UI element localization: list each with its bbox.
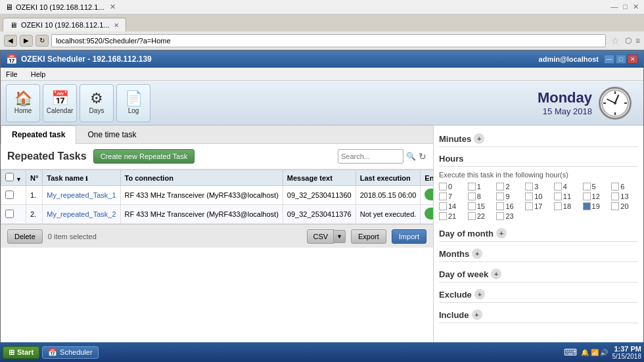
exclude-expand-icon[interactable]: +: [474, 289, 485, 300]
hour-checkbox-16[interactable]: [496, 202, 504, 210]
menu-file[interactable]: File: [3, 70, 20, 78]
hour-checkbox-21[interactable]: [439, 212, 447, 220]
section-hours[interactable]: Hours: [439, 151, 638, 167]
hour-num-9: 9: [505, 192, 509, 200]
import-button[interactable]: Import: [392, 229, 426, 244]
app-logo-icon: 📅: [6, 54, 17, 64]
item-count: 0 item selected: [48, 233, 97, 240]
select-all-checkbox[interactable]: [5, 173, 14, 181]
row-connection: RF 433 MHz Transceiver (MyRF433@localhos…: [120, 205, 283, 224]
section-minutes[interactable]: Minutes +: [439, 131, 638, 147]
hour-checkbox-13[interactable]: [611, 192, 619, 200]
row-checkbox-0[interactable]: [5, 191, 14, 199]
toolbar-home-button[interactable]: 🏠 Home: [6, 84, 40, 122]
hour-checkbox-18[interactable]: [554, 202, 562, 210]
url-bar[interactable]: [51, 34, 606, 47]
refresh-button[interactable]: ↻: [35, 35, 49, 47]
export-button[interactable]: Export: [351, 229, 386, 244]
app-close-button[interactable]: ✕: [628, 55, 638, 64]
tab-one-time-task[interactable]: One time task: [76, 125, 147, 143]
home-icon: 🏠: [14, 91, 32, 106]
enable-toggle-1[interactable]: [425, 208, 433, 219]
taskbar-date: 5/15/2018: [612, 353, 642, 360]
hour-checkbox-14[interactable]: [439, 202, 447, 210]
windows-logo-icon: ⊞: [9, 348, 14, 357]
extensions-icon[interactable]: ⬡: [625, 36, 632, 45]
hour-checkbox-23[interactable]: [496, 212, 504, 220]
section-include[interactable]: Include +: [439, 307, 638, 323]
delete-button[interactable]: Delete: [7, 229, 43, 244]
browser-active-tab[interactable]: 🖥 OZEKI 10 (192.168.112.1... ✕: [3, 18, 126, 32]
hour-checkbox-3[interactable]: [525, 183, 533, 191]
hour-num-15: 15: [477, 202, 485, 210]
hour-checkbox-20[interactable]: [611, 202, 619, 210]
hour-checkbox-2[interactable]: [496, 183, 504, 191]
minutes-expand-icon[interactable]: +: [474, 133, 484, 144]
hour-checkbox-9[interactable]: [496, 192, 504, 200]
hour-checkbox-12[interactable]: [583, 192, 591, 200]
create-repeated-task-button[interactable]: Create new Repeated Task: [93, 149, 195, 164]
hour-checkbox-8[interactable]: [468, 192, 476, 200]
start-label: Start: [17, 348, 34, 356]
hour-cell-0: 0: [439, 183, 466, 191]
toolbar-calendar-button[interactable]: 📅 Calendar: [43, 84, 77, 122]
row-last-exec: Not yet executed.: [356, 205, 421, 224]
hour-checkbox-6[interactable]: [611, 183, 619, 191]
hour-checkbox-19[interactable]: [583, 202, 591, 210]
hour-num-13: 13: [620, 192, 628, 200]
start-button[interactable]: ⊞ Start: [3, 346, 39, 359]
menu-icon[interactable]: ≡: [635, 36, 640, 45]
csv-button[interactable]: CSV: [307, 229, 334, 244]
hour-checkbox-22[interactable]: [468, 212, 476, 220]
include-expand-icon[interactable]: +: [472, 309, 482, 320]
hour-checkbox-15[interactable]: [468, 202, 476, 210]
browser-close[interactable]: ✕: [633, 3, 639, 11]
toolbar-days-button[interactable]: ⚙ Days: [80, 84, 114, 122]
section-exclude[interactable]: Exclude +: [439, 286, 638, 303]
browser-maximize[interactable]: □: [623, 3, 628, 11]
browser-minimize[interactable]: —: [610, 3, 618, 11]
day-of-month-expand-icon[interactable]: +: [496, 228, 507, 238]
hour-num-19: 19: [592, 202, 600, 210]
hour-checkbox-17[interactable]: [525, 202, 533, 210]
app-maximize-button[interactable]: □: [616, 55, 626, 64]
hour-num-4: 4: [563, 183, 567, 191]
hour-checkbox-4[interactable]: [554, 183, 562, 191]
hour-checkbox-11[interactable]: [554, 192, 562, 200]
scheduler-label: Scheduler: [60, 348, 93, 356]
tab-close-icon[interactable]: ✕: [114, 22, 119, 29]
toolbar-log-button[interactable]: 📄 Log: [116, 84, 150, 122]
section-day-of-week[interactable]: Day of week +: [439, 266, 638, 283]
app-minimize-button[interactable]: —: [604, 55, 614, 64]
browser-tab-close-icon[interactable]: ✕: [110, 3, 116, 11]
row-task-name[interactable]: My_repeated_Task_1: [43, 186, 120, 205]
forward-button[interactable]: ▶: [20, 35, 33, 47]
enable-toggle-0[interactable]: [425, 189, 433, 200]
day-of-week-expand-icon[interactable]: +: [491, 269, 501, 279]
hour-checkbox-1[interactable]: [468, 183, 476, 191]
row-task-name[interactable]: My_repeated_Task_2: [43, 205, 120, 224]
search-icon[interactable]: 🔍: [406, 152, 416, 161]
search-input[interactable]: [338, 149, 403, 164]
months-expand-icon[interactable]: +: [472, 248, 482, 259]
row-connection: RF 433 MHz Transceiver (MyRF433@localhos…: [120, 186, 283, 205]
section-months[interactable]: Months +: [439, 246, 638, 262]
taskbar-scheduler-item[interactable]: 📅 Scheduler: [42, 346, 99, 359]
menu-help[interactable]: Help: [28, 70, 49, 78]
hour-checkbox-0[interactable]: [439, 183, 447, 191]
system-icons: 🔔 📶 🔊: [581, 349, 609, 356]
csv-dropdown-arrow[interactable]: ▼: [334, 230, 346, 243]
hour-checkbox-5[interactable]: [583, 183, 591, 191]
hour-num-23: 23: [505, 212, 513, 220]
refresh-list-icon[interactable]: ↻: [419, 151, 426, 162]
hour-checkbox-10[interactable]: [525, 192, 533, 200]
section-day-of-month[interactable]: Day of month +: [439, 225, 638, 242]
hour-checkbox-7[interactable]: [439, 192, 447, 200]
back-button[interactable]: ◀: [4, 35, 17, 47]
clock-dmy: 15 May 2018: [538, 106, 592, 116]
row-last-exec: 2018.05.15 06:00: [356, 186, 421, 205]
bookmark-star-icon[interactable]: ☆: [611, 35, 620, 46]
row-checkbox-1[interactable]: [5, 210, 14, 218]
tab-repeated-task[interactable]: Repeated task: [1, 125, 76, 144]
row-number: 2.: [26, 205, 42, 224]
